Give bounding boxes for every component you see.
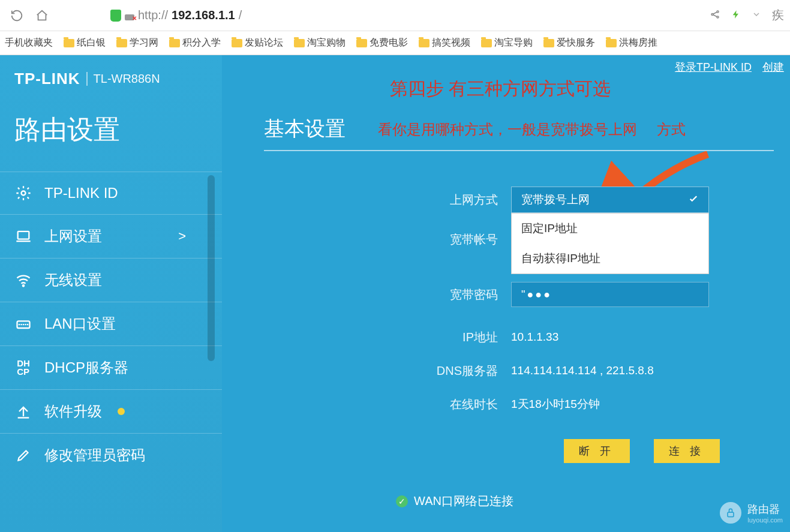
sidebar-scrollbar[interactable] (208, 175, 215, 361)
create-link[interactable]: 创建 (762, 60, 784, 74)
form: 上网方式 宽带拨号上网 固定IP地址 自动获得IP地址 宽带帐号 (396, 181, 780, 421)
bookmark-item[interactable]: 纸白银 (64, 37, 106, 49)
upload-icon (14, 402, 32, 420)
nav-label: LAN口设置 (44, 314, 116, 333)
svg-point-1 (717, 11, 719, 13)
svg-point-3 (22, 191, 26, 196)
check-circle-icon: ✓ (396, 495, 408, 507)
nav-label: DHCP服务器 (44, 358, 128, 377)
nav-firmware-upgrade[interactable]: 软件升级 (0, 389, 222, 433)
annotation-hint: 看你是用哪种方式，一般是宽带拨号上网 方式 (378, 120, 686, 139)
nav-internet-settings[interactable]: 上网设置 > (0, 214, 222, 258)
mode-dropdown[interactable]: 宽带拨号上网 固定IP地址 自动获得IP地址 (511, 187, 709, 213)
disconnect-button[interactable]: 断 开 (564, 439, 630, 463)
dropdown-option[interactable]: 自动获得IP地址 (512, 244, 708, 273)
svg-point-0 (711, 13, 713, 15)
bookmark-item[interactable]: 积分入学 (169, 37, 221, 49)
login-link[interactable]: 登录TP-LINK ID (675, 60, 752, 74)
bolt-icon[interactable] (731, 9, 741, 22)
row-dns: DNS服务器 114.114.114.114 , 221.5.8.8 (396, 354, 780, 387)
check-icon (688, 193, 699, 207)
watermark-icon (720, 502, 741, 524)
value-ip: 10.1.1.33 (511, 330, 558, 344)
svg-rect-7 (728, 512, 734, 517)
nav-wireless-settings[interactable]: 无线设置 (0, 258, 222, 302)
sidebar-title: 路由设置 (0, 94, 222, 172)
bookmark-item[interactable]: 搞笑视频 (419, 37, 470, 49)
watermark-url: luyouqi.com (747, 516, 783, 524)
bookmark-item[interactable]: 淘宝购物 (294, 37, 346, 49)
nav-lan-settings[interactable]: LAN口设置 (0, 302, 222, 345)
laptop-icon (14, 227, 32, 245)
top-links: 登录TP-LINK ID 创建 (675, 60, 784, 74)
row-uptime: 在线时长 1天18小时15分钟 (396, 387, 780, 421)
folder-icon (116, 39, 127, 47)
dropdown-selected[interactable]: 宽带拨号上网 (511, 187, 709, 213)
chevron-down-icon[interactable] (752, 10, 761, 22)
dropdown-list: 固定IP地址 自动获得IP地址 (511, 213, 709, 274)
address-bar[interactable]: http://192.168.1.1/ (110, 8, 242, 22)
label-password: 宽带密码 (396, 287, 498, 303)
pencil-icon (14, 446, 32, 464)
folder-icon (543, 39, 554, 47)
folder-icon (419, 39, 429, 47)
right-text: 疾 (772, 7, 784, 23)
value-dns: 114.114.114.114 , 221.5.8.8 (511, 364, 654, 377)
password-input[interactable]: " ●●● (511, 282, 709, 307)
bookmark-item[interactable]: 免费电影 (356, 37, 408, 49)
folder-icon (294, 39, 305, 47)
row-ip: IP地址 10.1.1.33 (396, 320, 780, 354)
bookmark-item[interactable]: 淘宝导购 (481, 37, 533, 49)
brand-logo: TP-LINK (14, 70, 80, 88)
dropdown-option[interactable]: 固定IP地址 (512, 214, 708, 244)
label-uptime: 在线时长 (396, 396, 498, 413)
shield-icon (110, 10, 121, 22)
bookmark-item[interactable]: 学习网 (116, 37, 158, 49)
folder-icon (356, 39, 367, 47)
wifi-icon (14, 271, 32, 289)
svg-rect-4 (18, 232, 29, 239)
dhcp-icon: DHCP (14, 359, 32, 377)
svg-point-2 (717, 16, 719, 18)
label-ip: IP地址 (396, 329, 498, 345)
toolbar-right: 疾 (710, 7, 784, 23)
app-root: TP-LINK TL-WR886N 路由设置 TP-LINK ID 上网设置 > (0, 55, 790, 532)
bookmarks-bar: 手机收藏夹 纸白银 学习网 积分入学 发贴论坛 淘宝购物 免费电影 搞笑视频 淘… (0, 31, 790, 55)
bookmark-mobile-fav[interactable]: 手机收藏夹 (5, 37, 53, 49)
sidebar: TP-LINK TL-WR886N 路由设置 TP-LINK ID 上网设置 > (0, 55, 222, 532)
wan-status: ✓ WAN口网络已连接 (396, 493, 513, 509)
status-text: WAN口网络已连接 (414, 493, 513, 509)
folder-icon (64, 39, 74, 47)
watermark-title: 路由器 (747, 502, 783, 516)
divider (264, 150, 774, 151)
model-label: TL-WR886N (86, 72, 160, 86)
url-path: / (239, 8, 242, 22)
browser-toolbar: http://192.168.1.1/ 疾 (0, 0, 790, 31)
label-account: 宽带帐号 (396, 232, 498, 248)
nav-change-admin-password[interactable]: 修改管理员密码 (0, 433, 222, 477)
bookmark-item[interactable]: 发贴论坛 (232, 37, 283, 49)
url-protocol: http:// (138, 8, 168, 22)
nav-label: 上网设置 (44, 227, 102, 246)
nav-label: 无线设置 (44, 270, 102, 290)
url-host: 192.168.1.1 (172, 8, 235, 22)
nav-label: 软件升级 (44, 402, 102, 421)
update-dot-icon (118, 408, 125, 415)
bookmark-item[interactable]: 爱快服务 (543, 37, 595, 49)
bookmark-item[interactable]: 洪梅房推 (606, 37, 657, 49)
value-uptime: 1天18小时15分钟 (511, 396, 600, 412)
annotation-step: 第四步 有三种方网方式可选 (390, 77, 611, 101)
nav-tplink-id[interactable]: TP-LINK ID (0, 172, 222, 214)
nav-dhcp-server[interactable]: DHCP DHCP服务器 (0, 345, 222, 389)
chevron-right-icon: > (178, 229, 186, 244)
logo-row: TP-LINK TL-WR886N (0, 70, 222, 94)
home-button[interactable] (31, 5, 53, 26)
folder-icon (169, 39, 180, 47)
connect-button[interactable]: 连 接 (654, 439, 720, 463)
folder-icon (481, 39, 492, 47)
refresh-button[interactable] (6, 5, 28, 26)
share-icon[interactable] (710, 9, 720, 22)
ethernet-icon (14, 315, 32, 333)
watermark: 路由器 luyouqi.com (720, 502, 783, 524)
label-dns: DNS服务器 (396, 363, 498, 379)
